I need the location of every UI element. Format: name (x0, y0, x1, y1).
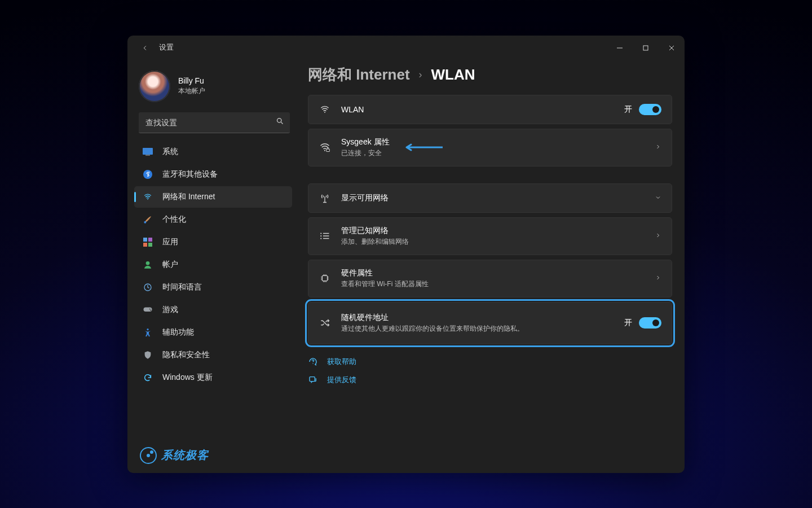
list-icon (319, 230, 331, 242)
card-subtitle: 查看和管理 Wi-Fi 适配器属性 (341, 279, 429, 289)
sidebar-item-label: Windows 更新 (162, 373, 213, 383)
sidebar-item-apps[interactable]: 应用 (134, 231, 292, 253)
card-title: 随机硬件地址 (341, 313, 524, 323)
svg-point-11 (146, 261, 150, 265)
link-label: 获取帮助 (327, 357, 356, 367)
svg-point-24 (312, 363, 313, 364)
settings-card-list: WLAN 开 Sysgeek 属性 已连接，安全 (308, 95, 672, 344)
arrow-left-icon (141, 44, 149, 52)
chip-icon (319, 272, 331, 284)
sidebar-item-label: 应用 (162, 237, 178, 247)
random-mac-card: 随机硬件地址 通过使其他人更难以跟踪你的设备位置来帮助保护你的隐私。 开 (308, 302, 672, 344)
get-help-link[interactable]: 获取帮助 (308, 357, 672, 367)
minimize-icon (617, 45, 623, 51)
wlan-toggle[interactable] (639, 104, 661, 115)
close-button[interactable] (659, 36, 685, 60)
breadcrumb-parent[interactable]: 网络和 Internet (308, 65, 410, 85)
hardware-properties-card[interactable]: 硬件属性 查看和管理 Wi-Fi 适配器属性 (308, 260, 672, 297)
card-title: 管理已知网络 (341, 226, 409, 236)
available-networks-card[interactable]: 显示可用网络 (308, 183, 672, 213)
sidebar-item-network[interactable]: 网络和 Internet (134, 186, 292, 208)
wifi-icon (319, 103, 331, 116)
annotation-arrow-icon (403, 143, 443, 151)
sidebar: Billy Fu 本地帐户 系统 (134, 60, 294, 466)
footer-links: 获取帮助 提供反馈 (308, 357, 672, 385)
watermark: 系统极客 (140, 447, 209, 464)
toggle-state-label: 开 (624, 104, 632, 115)
card-subtitle: 添加、删除和编辑网络 (341, 237, 409, 247)
maximize-icon (643, 45, 648, 51)
svg-rect-13 (144, 307, 152, 312)
watermark-text: 系统极客 (161, 448, 209, 463)
svg-point-18 (324, 150, 325, 151)
card-title: WLAN (341, 105, 364, 114)
svg-rect-0 (643, 46, 648, 50)
watermark-logo-icon (140, 447, 157, 464)
link-label: 提供反馈 (327, 375, 356, 385)
sidebar-item-label: 游戏 (162, 305, 178, 315)
feedback-icon (308, 375, 318, 385)
svg-point-15 (150, 309, 151, 310)
card-title: 显示可用网络 (341, 193, 389, 203)
give-feedback-link[interactable]: 提供反馈 (308, 375, 672, 385)
sidebar-item-system[interactable]: 系统 (134, 141, 292, 163)
known-networks-card[interactable]: 管理已知网络 添加、删除和编辑网络 (308, 217, 672, 255)
help-icon (308, 357, 318, 367)
svg-point-5 (147, 199, 148, 200)
settings-window: 设置 Billy Fu 本地帐户 (127, 36, 685, 473)
highlighted-setting: 随机硬件地址 通过使其他人更难以跟踪你的设备位置来帮助保护你的隐私。 开 (308, 302, 672, 344)
user-name: Billy Fu (178, 76, 205, 85)
sidebar-item-time-language[interactable]: 时间和语言 (134, 277, 292, 298)
sidebar-item-privacy[interactable]: 隐私和安全性 (134, 344, 292, 366)
page-title: WLAN (431, 66, 475, 84)
nav-list: 系统 蓝牙和其他设备 网络和 Internet 个性化 (134, 141, 294, 388)
user-text: Billy Fu 本地帐户 (178, 76, 205, 96)
toggle-state-label: 开 (624, 318, 632, 328)
shuffle-icon (319, 317, 331, 329)
avatar (139, 71, 170, 102)
sidebar-item-label: 系统 (162, 147, 178, 157)
sidebar-item-label: 帐户 (162, 260, 178, 270)
chevron-right-icon (655, 143, 661, 152)
wifi-secure-icon (319, 141, 331, 154)
window-controls (607, 36, 685, 60)
sidebar-item-accounts[interactable]: 帐户 (134, 254, 292, 275)
sidebar-item-gaming[interactable]: 游戏 (134, 299, 292, 321)
search-input[interactable] (144, 117, 276, 128)
user-profile[interactable]: Billy Fu 本地帐户 (134, 67, 294, 112)
sidebar-item-personalization[interactable]: 个性化 (134, 209, 292, 230)
svg-rect-9 (143, 243, 147, 247)
search-box[interactable] (139, 112, 290, 133)
person-icon (142, 259, 153, 270)
svg-rect-10 (148, 243, 152, 247)
svg-point-21 (320, 235, 321, 237)
accessibility-icon (142, 327, 153, 338)
close-icon (669, 45, 674, 51)
bluetooth-icon (142, 169, 153, 180)
chevron-right-icon: › (419, 69, 422, 81)
sidebar-item-bluetooth[interactable]: 蓝牙和其他设备 (134, 164, 292, 185)
random-mac-toggle[interactable] (639, 317, 661, 329)
sidebar-item-windows-update[interactable]: Windows 更新 (134, 367, 292, 388)
minimize-button[interactable] (607, 36, 633, 60)
svg-rect-23 (323, 276, 328, 281)
svg-rect-2 (143, 148, 153, 155)
wlan-toggle-card: WLAN 开 (308, 95, 672, 124)
svg-rect-3 (145, 155, 150, 156)
svg-rect-8 (148, 238, 152, 242)
svg-point-22 (320, 238, 321, 239)
brush-icon (142, 214, 153, 225)
svg-point-20 (320, 233, 321, 234)
chevron-down-icon (655, 194, 661, 203)
svg-point-1 (277, 119, 282, 123)
window-title: 设置 (159, 43, 174, 52)
svg-point-16 (147, 329, 148, 330)
maximize-button[interactable] (633, 36, 659, 60)
search-icon (276, 117, 284, 128)
main-content: 网络和 Internet › WLAN WLAN 开 (294, 60, 678, 466)
current-network-card[interactable]: Sysgeek 属性 已连接，安全 (308, 129, 672, 167)
sidebar-item-accessibility[interactable]: 辅助功能 (134, 322, 292, 343)
window-body: Billy Fu 本地帐户 系统 (127, 60, 685, 473)
sidebar-item-label: 隐私和安全性 (162, 350, 210, 360)
back-button[interactable] (138, 41, 152, 55)
